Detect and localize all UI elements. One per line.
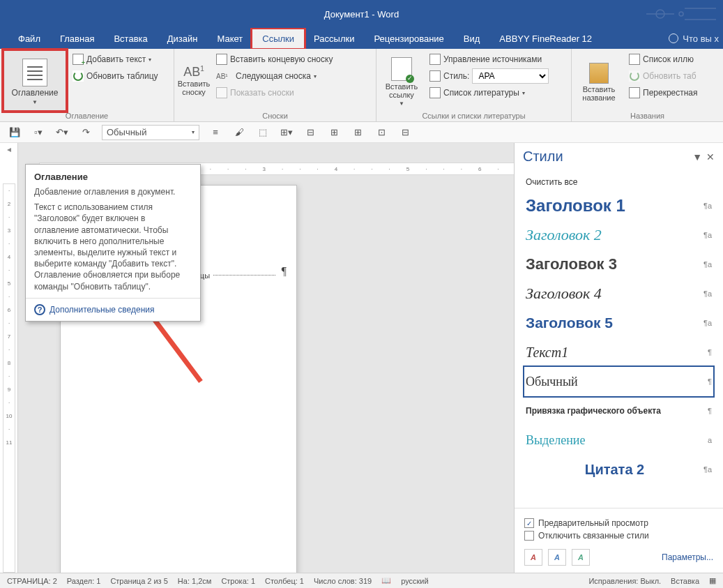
group-captions: Вставить название Список иллю Обновить т…	[572, 49, 723, 121]
cross-ref-button[interactable]: Перекрестная	[626, 84, 701, 101]
status-line[interactable]: Строка: 1	[221, 577, 255, 585]
quick-toolbar: 💾 ▫▾ ↶▾ ↷ Обычный▾ ≡ 🖌 ⬚ ⊞▾ ⊟ ⊞ ⊞ ⊡ ⊟	[0, 122, 723, 143]
qat-btn-8[interactable]: ⊡	[374, 125, 389, 140]
group-captions-label: Названия	[576, 110, 719, 121]
clear-all[interactable]: Очистить все	[524, 173, 713, 191]
preview-checkbox[interactable]: ✓Предварительный просмотр	[524, 518, 713, 528]
show-icon	[216, 87, 227, 98]
chevron-down-icon: ▼	[32, 99, 38, 105]
tell-me[interactable]: Что вы х	[669, 33, 723, 44]
tab-ABBYY FineReader 12[interactable]: ABBYY FineReader 12	[489, 29, 602, 48]
pane-options-icon[interactable]: ▼	[692, 151, 702, 163]
toc-button[interactable]: Оглавление ▼	[4, 51, 66, 110]
style-item[interactable]: Обычный¶	[524, 367, 713, 396]
qat-btn-5[interactable]: ⊟	[303, 125, 318, 140]
tab-Файл[interactable]: Файл	[8, 29, 50, 48]
next-footnote-button[interactable]: AB¹ Следующая сноска ▾	[213, 68, 335, 84]
macro-icon[interactable]: ▦	[709, 576, 716, 585]
qat-btn-3[interactable]: ⬚	[255, 125, 271, 140]
add-text-icon	[73, 54, 84, 65]
tab-Макет[interactable]: Макет	[207, 29, 252, 48]
tab-Рецензирование[interactable]: Рецензирование	[364, 29, 453, 48]
style-item[interactable]: Привязка графического объекта¶	[524, 396, 713, 425]
left-rail: ◂ ·2·3·4·5·6·7·8·9·10·11	[0, 143, 18, 573]
status-at[interactable]: На: 1,2см	[178, 577, 212, 585]
status-words[interactable]: Число слов: 319	[314, 577, 372, 585]
group-footnotes-label: Сноски	[178, 110, 372, 121]
insert-footnote-button[interactable]: AB1 Вставить сноску	[178, 51, 209, 110]
group-footnotes: AB1 Вставить сноску Вставить концевую сн…	[174, 49, 376, 121]
qat-btn-7[interactable]: ⊞	[350, 125, 365, 140]
insert-citation-button[interactable]: ✓ Вставить ссылку ▼	[381, 51, 423, 110]
endnote-icon	[216, 54, 227, 65]
window-title: Документ1 - Word	[324, 9, 399, 20]
proofing-icon[interactable]: 📖	[381, 576, 391, 585]
vertical-ruler[interactable]: ·2·3·4·5·6·7·8·9·10·11	[3, 183, 15, 573]
tooltip-title: Оглавление	[34, 172, 192, 182]
style-inspector-button[interactable]: A	[548, 549, 566, 566]
save-button[interactable]: 💾	[7, 125, 22, 140]
redo-button[interactable]: ↷	[78, 125, 93, 140]
collapse-nav[interactable]: ◂	[0, 144, 17, 154]
caption-icon	[589, 63, 609, 84]
qat-btn-2[interactable]: 🖌	[231, 125, 247, 140]
manage-styles-button[interactable]: A	[572, 549, 590, 566]
group-toc-label: Оглавление	[4, 110, 169, 121]
status-lang[interactable]: русский	[401, 577, 428, 585]
tab-Вид[interactable]: Вид	[454, 29, 490, 48]
citation-icon: ✓	[391, 57, 412, 81]
citation-style-select[interactable]: APA	[472, 68, 549, 84]
manage-sources-button[interactable]: Управление источниками	[427, 51, 551, 68]
status-col[interactable]: Столбец: 1	[265, 577, 304, 585]
pane-close-icon[interactable]: ✕	[706, 151, 715, 163]
style-item[interactable]: Цитата 2¶a	[524, 455, 713, 484]
undo-button[interactable]: ↶▾	[54, 125, 70, 140]
tab-Ссылки[interactable]: Ссылки	[252, 29, 304, 48]
styles-footer: ✓Предварительный просмотр Отключить связ…	[515, 508, 723, 573]
add-text-button[interactable]: Добавить текст ▾	[70, 51, 161, 68]
style-selector[interactable]: Обычный▾	[102, 125, 199, 140]
qat-btn-4[interactable]: ⊞▾	[279, 125, 294, 140]
svg-point-1	[679, 12, 683, 16]
style-item[interactable]: Текст1¶	[524, 338, 713, 367]
disable-linked-checkbox[interactable]: Отключить связанные стили	[524, 531, 713, 541]
insert-endnote-button[interactable]: Вставить концевую сноску	[213, 51, 335, 68]
status-page[interactable]: СТРАНИЦА: 2	[7, 577, 57, 585]
style-item[interactable]: Заголовок 5¶a	[524, 308, 713, 338]
style-item[interactable]: Заголовок 4¶a	[524, 279, 713, 308]
style-item[interactable]: Заголовок 1¶a	[524, 191, 713, 220]
style-item[interactable]: Заголовок 2¶a	[524, 220, 713, 250]
update-toc-button[interactable]: Обновить таблицу	[70, 68, 161, 84]
ribbon: Оглавление ▼ Добавить текст ▾ Обновить т…	[0, 49, 723, 122]
status-page-of[interactable]: Страница 2 из 5	[110, 577, 167, 585]
tooltip-p2: Текст с использованием стиля "Заголовок"…	[34, 202, 192, 292]
list-icon	[629, 54, 640, 65]
status-section[interactable]: Раздел: 1	[67, 577, 101, 585]
tab-Главная[interactable]: Главная	[50, 29, 104, 48]
status-track[interactable]: Исправления: Выкл.	[588, 577, 661, 585]
tab-Дизайн[interactable]: Дизайн	[158, 29, 208, 48]
bibliography-button[interactable]: Список литературы ▾	[427, 84, 551, 101]
styles-header: Стили ▼✕	[515, 143, 723, 170]
bulb-icon	[669, 33, 678, 43]
style-item[interactable]: Выделениеa	[524, 425, 713, 455]
new-style-button[interactable]: A	[524, 549, 542, 566]
qat-btn-9[interactable]: ⊟	[397, 125, 413, 140]
qat-btn-1[interactable]: ≡	[208, 125, 223, 140]
style-icon	[429, 70, 441, 82]
styles-params[interactable]: Параметры...	[662, 552, 713, 562]
tooltip-more[interactable]: ?Дополнительные сведения	[26, 298, 200, 321]
qat-btn-6[interactable]: ⊞	[326, 125, 342, 140]
manage-icon	[429, 54, 441, 65]
biblio-icon	[429, 87, 441, 98]
insert-caption-button[interactable]: Вставить название	[576, 51, 622, 110]
tab-Рассылки[interactable]: Рассылки	[304, 29, 364, 48]
new-button[interactable]: ▫▾	[31, 125, 46, 140]
decoration	[646, 4, 716, 24]
list-figures-button[interactable]: Список иллю	[626, 51, 701, 68]
show-footnotes-button: Показать сноски	[213, 84, 335, 101]
tab-Вставка[interactable]: Вставка	[104, 29, 157, 48]
toc-tooltip: Оглавление Добавление оглавления в докум…	[25, 164, 201, 322]
style-item[interactable]: Заголовок 3¶a	[524, 250, 713, 279]
status-mode[interactable]: Вставка	[671, 577, 699, 585]
